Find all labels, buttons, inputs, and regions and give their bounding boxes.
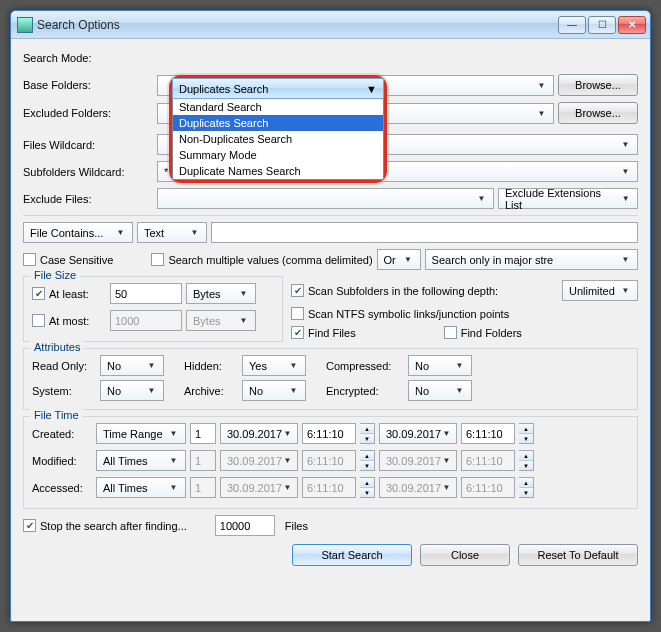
modified-to-date[interactable]: 30.09.2017▼ bbox=[379, 450, 457, 471]
start-search-button[interactable]: Start Search bbox=[292, 544, 412, 566]
spinner[interactable]: ▲▼ bbox=[519, 423, 534, 444]
scan-depth-combo[interactable]: Unlimited▼ bbox=[562, 280, 638, 301]
accessed-from-time[interactable] bbox=[302, 477, 356, 498]
window-buttons: — ☐ ✕ bbox=[558, 16, 646, 34]
client-area: Search Mode: Base Folders: ▼ Browse... E… bbox=[11, 39, 650, 574]
files-suffix-label: Files bbox=[285, 520, 308, 532]
chevron-down-icon: ▼ bbox=[534, 109, 549, 118]
search-mode-selected[interactable]: Duplicates Search ▼ bbox=[172, 78, 384, 99]
find-folders-label: Find Folders bbox=[461, 327, 522, 339]
at-least-unit-value: Bytes bbox=[193, 288, 221, 300]
created-to-date[interactable]: 30.09.2017▼ bbox=[379, 423, 457, 444]
accessed-n-input[interactable] bbox=[190, 477, 216, 498]
modified-mode-combo[interactable]: All Times▼ bbox=[96, 450, 186, 471]
created-to-time[interactable] bbox=[461, 423, 515, 444]
scan-subfolders-checkbox[interactable]: ✔Scan Subfolders in the following depth: bbox=[291, 284, 498, 297]
search-multiple-checkbox[interactable]: Search multiple values (comma delimited) bbox=[151, 253, 372, 266]
at-least-unit-combo[interactable]: Bytes▼ bbox=[186, 283, 256, 304]
at-least-checkbox[interactable]: ✔At least: bbox=[32, 287, 106, 300]
spinner[interactable]: ▲▼ bbox=[360, 450, 375, 471]
compressed-combo[interactable]: No▼ bbox=[408, 355, 472, 376]
readonly-label: Read Only: bbox=[32, 360, 94, 372]
created-n-input[interactable] bbox=[190, 423, 216, 444]
attributes-fieldset: Attributes Read Only: No▼ Hidden: Yes▼ C… bbox=[23, 348, 638, 410]
hidden-label: Hidden: bbox=[184, 360, 236, 372]
minimize-button[interactable]: — bbox=[558, 16, 586, 34]
stop-after-input[interactable] bbox=[215, 515, 275, 536]
accessed-mode-combo[interactable]: All Times▼ bbox=[96, 477, 186, 498]
case-sensitive-checkbox[interactable]: Case Sensitive bbox=[23, 253, 113, 266]
scan-subfolders-label: Scan Subfolders in the following depth: bbox=[308, 285, 498, 297]
spinner[interactable]: ▲▼ bbox=[519, 477, 534, 498]
system-combo[interactable]: No▼ bbox=[100, 380, 164, 401]
file-contains-combo[interactable]: File Contains...▼ bbox=[23, 222, 133, 243]
at-most-unit-combo[interactable]: Bytes▼ bbox=[186, 310, 256, 331]
created-from-time[interactable] bbox=[302, 423, 356, 444]
created-from-date[interactable]: 30.09.2017▼ bbox=[220, 423, 298, 444]
search-mode-dropdown[interactable]: Duplicates Search ▼ Standard Search Dupl… bbox=[169, 75, 387, 183]
subfolders-wildcard-label: Subfolders Wildcard: bbox=[23, 166, 153, 178]
exclude-ext-value: Exclude Extensions List bbox=[505, 187, 618, 211]
chevron-down-icon: ▼ bbox=[441, 456, 452, 465]
search-mode-option[interactable]: Standard Search bbox=[173, 99, 383, 115]
accessed-to-time[interactable] bbox=[461, 477, 515, 498]
created-mode-combo[interactable]: Time Range▼ bbox=[96, 423, 186, 444]
close-window-button[interactable]: ✕ bbox=[618, 16, 646, 34]
or-combo[interactable]: Or▼ bbox=[377, 249, 421, 270]
chevron-down-icon: ▼ bbox=[166, 483, 181, 492]
modified-to-time[interactable] bbox=[461, 450, 515, 471]
at-least-input[interactable] bbox=[110, 283, 182, 304]
spinner[interactable]: ▲▼ bbox=[360, 423, 375, 444]
search-mode-option[interactable]: Duplicates Search bbox=[173, 115, 383, 131]
modified-from-date[interactable]: 30.09.2017▼ bbox=[220, 450, 298, 471]
reset-default-button[interactable]: Reset To Default bbox=[518, 544, 638, 566]
readonly-combo[interactable]: No▼ bbox=[100, 355, 164, 376]
at-most-input[interactable] bbox=[110, 310, 182, 331]
file-time-legend: File Time bbox=[30, 409, 83, 421]
file-contains-input[interactable] bbox=[211, 222, 638, 243]
file-contains-type-combo[interactable]: Text▼ bbox=[137, 222, 207, 243]
find-files-label: Find Files bbox=[308, 327, 356, 339]
find-files-checkbox[interactable]: ✔Find Files bbox=[291, 326, 356, 339]
subfolders-wildcard-value: * bbox=[164, 166, 168, 178]
file-size-fieldset: File Size ✔At least: Bytes▼ At most: Byt… bbox=[23, 276, 283, 342]
created-label: Created: bbox=[32, 428, 92, 440]
maximize-button[interactable]: ☐ bbox=[588, 16, 616, 34]
modified-n-input[interactable] bbox=[190, 450, 216, 471]
close-button[interactable]: Close bbox=[420, 544, 510, 566]
browse-base-button[interactable]: Browse... bbox=[558, 74, 638, 96]
browse-excluded-button[interactable]: Browse... bbox=[558, 102, 638, 124]
search-only-major-value: Search only in major stre bbox=[432, 254, 554, 266]
search-only-major-combo[interactable]: Search only in major stre▼ bbox=[425, 249, 638, 270]
chevron-down-icon: ▼ bbox=[441, 429, 452, 438]
base-folders-label: Base Folders: bbox=[23, 79, 153, 91]
chevron-down-icon: ▼ bbox=[166, 456, 181, 465]
stop-search-checkbox[interactable]: ✔Stop the search after finding... bbox=[23, 519, 187, 532]
exclude-extensions-combo[interactable]: Exclude Extensions List▼ bbox=[498, 188, 638, 209]
scan-ntfs-checkbox[interactable]: Scan NTFS symbolic links/junction points bbox=[291, 307, 509, 320]
chevron-down-icon: ▼ bbox=[474, 194, 489, 203]
exclude-files-combo[interactable]: ▼ bbox=[157, 188, 494, 209]
search-mode-option[interactable]: Non-Duplicates Search bbox=[173, 131, 383, 147]
accessed-from-date[interactable]: 30.09.2017▼ bbox=[220, 477, 298, 498]
spinner[interactable]: ▲▼ bbox=[519, 450, 534, 471]
spinner[interactable]: ▲▼ bbox=[360, 477, 375, 498]
accessed-to-date[interactable]: 30.09.2017▼ bbox=[379, 477, 457, 498]
search-mode-option[interactable]: Summary Mode bbox=[173, 147, 383, 163]
window-title: Search Options bbox=[37, 18, 558, 32]
at-most-checkbox[interactable]: At most: bbox=[32, 314, 106, 327]
search-mode-option[interactable]: Duplicate Names Search bbox=[173, 163, 383, 179]
search-options-window: Search Options — ☐ ✕ Search Mode: Base F… bbox=[10, 10, 651, 622]
case-sensitive-label: Case Sensitive bbox=[40, 254, 113, 266]
encrypted-combo[interactable]: No▼ bbox=[408, 380, 472, 401]
stop-search-label: Stop the search after finding... bbox=[40, 520, 187, 532]
hidden-combo[interactable]: Yes▼ bbox=[242, 355, 306, 376]
chevron-down-icon: ▼ bbox=[366, 83, 377, 95]
file-contains-value: File Contains... bbox=[30, 227, 103, 239]
archive-combo[interactable]: No▼ bbox=[242, 380, 306, 401]
file-size-legend: File Size bbox=[30, 269, 80, 281]
archive-label: Archive: bbox=[184, 385, 236, 397]
find-folders-checkbox[interactable]: Find Folders bbox=[444, 326, 522, 339]
at-most-label: At most: bbox=[49, 315, 89, 327]
modified-from-time[interactable] bbox=[302, 450, 356, 471]
